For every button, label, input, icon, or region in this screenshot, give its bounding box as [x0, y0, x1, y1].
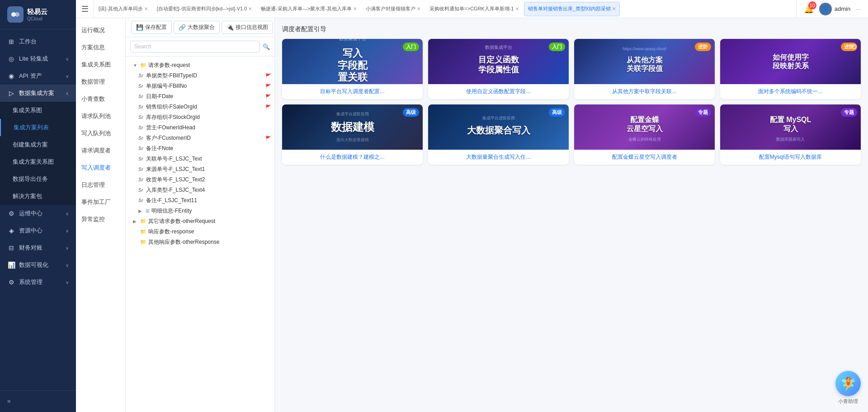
tree-item-FEntity[interactable]: ▶ ⊞ 明细信息-FEntity: [126, 206, 274, 216]
guide-card-6[interactable]: 集成平台进阶应用 大数据聚合写入 高级 大数据量聚合生成写入任...: [428, 104, 569, 165]
tree-item-FCustomerID[interactable]: Sr 客户-FCustomerID 🚩: [126, 133, 274, 143]
tree-item-response[interactable]: 📁 响应参数-response: [126, 227, 274, 237]
content-nav-overview[interactable]: 运行概况: [76, 22, 125, 39]
sidebar-item-dataviz[interactable]: 📊 数据可视化 ∨: [0, 256, 76, 274]
save-config-button[interactable]: 💾 保存配置: [131, 21, 172, 34]
tree-item-label: 销售组织-FSaleOrgId: [146, 103, 263, 111]
tab-close-icon[interactable]: ✕: [515, 6, 519, 11]
tree-item-F-LSJC-Text2[interactable]: Sr 收货单号-F_LSJC_Text2: [126, 175, 274, 185]
guide-card-1[interactable]: 数据集成平台 写入字段配置关联 入门 目标平台写入调度者配置...: [282, 39, 423, 99]
assistant-label: 小青助理: [835, 398, 861, 405]
tab-6[interactable]: 销售单对接销售出库_类型93内部采销 ✕: [524, 2, 620, 16]
settings-icon[interactable]: ⚙: [851, 43, 857, 51]
more-icon[interactable]: ···: [856, 5, 861, 12]
sidebar-item-lite[interactable]: ◎ Lite 轻集成 ∨: [0, 50, 76, 67]
card-main-text: 数据建模: [327, 117, 378, 137]
tab-1[interactable]: [误]-其他入库单同步 ✕: [94, 2, 152, 16]
guide-card-5[interactable]: 集成平台进阶应用 数据建模 面向大数据量建模 高级 什么是数据建模？建模之...: [282, 104, 423, 165]
sidebar-sub-item-create-solution[interactable]: 创建集成方案: [0, 136, 76, 153]
tree-item-label: 单据编号-FBillNo: [146, 82, 263, 90]
sidebar-item-finance[interactable]: ⊟ 财务对账 ∨: [0, 239, 76, 256]
tab-close-icon[interactable]: ✕: [248, 6, 252, 11]
tree-item-F-LSJC-Text4[interactable]: Sr 入库类型-F_LSJC_Text4: [126, 185, 274, 195]
big-data-merge-button[interactable]: 🔗 大数据聚合: [174, 21, 220, 34]
content-nav-event-factory[interactable]: 事件加工厂: [76, 194, 125, 211]
tree-item-label: 其他响应参数-otherResponse: [148, 238, 271, 246]
content-nav-log-mgmt[interactable]: 日志管理: [76, 176, 125, 194]
content-nav-request-queue[interactable]: 请求队列池: [76, 108, 125, 125]
toolbar: 💾 保存配置 🔗 大数据聚合 🔌 接口信息视图 📋 元数据视图: [126, 18, 274, 37]
sidebar-item-workbench[interactable]: ⊞ 工作台: [0, 33, 76, 50]
sidebar-sub-item-solution-list[interactable]: 集成方案列表: [0, 119, 76, 136]
guide-title: 调度者配置引导: [282, 25, 861, 33]
sidebar-item-label: API 资产: [19, 72, 62, 80]
ops-icon: ⚙: [7, 210, 15, 217]
guide-card-3[interactable]: https://www.qeasy.cloud 从其他方案关联字段值 进阶 从其…: [574, 39, 715, 99]
content-nav-write-queue[interactable]: 写入队列池: [76, 125, 125, 142]
tree-item-F-LSJC-Text11[interactable]: Sr 备注-F_LSJC_Text11: [126, 195, 274, 206]
search-input[interactable]: [130, 41, 260, 52]
tree-item-FSaleOrgId[interactable]: Sr 销售组织-FSaleOrgId 🚩: [126, 102, 274, 112]
floating-assistant[interactable]: 🧚 小青助理: [835, 371, 861, 405]
tree-item-label: 入库类型-F_LSJC_Text4: [146, 186, 271, 194]
resources-icon: ◈: [7, 227, 15, 234]
field-icon: Sr: [138, 104, 143, 109]
card-image-6: 集成平台进阶应用 大数据聚合写入 高级: [428, 104, 569, 150]
card-image-8: 配置 MySQL写入 数据库固表写入 专题: [720, 104, 861, 150]
tab-close-icon[interactable]: ✕: [353, 6, 357, 11]
sidebar-item-ops[interactable]: ⚙ 运维中心 ∨: [0, 205, 76, 222]
card-main-text: 配置金蝶云星空写入: [623, 112, 666, 136]
sidebar-sub-item-label: 创建集成方案: [13, 141, 69, 149]
tab-close-icon[interactable]: ✕: [612, 6, 616, 11]
tree-item-FBillNo[interactable]: Sr 单据编号-FBillNo 🚩: [126, 81, 274, 91]
tree-item-other-req[interactable]: ▶ 📁 其它请求参数-otherRequest: [126, 216, 274, 227]
folder-icon: 📁: [140, 62, 146, 68]
content-nav-integration-view[interactable]: 集成关系图: [76, 56, 125, 73]
tree-item-FDate[interactable]: Sr 日期-FDate 🚩: [126, 91, 274, 102]
tree-item-req-params[interactable]: ▼ 📁 请求参数-request: [126, 60, 274, 71]
guide-card-4[interactable]: 如何使用字段映射关系 进阶 ⚙ 面对多个系统编码不统一...: [720, 39, 861, 99]
guide-card-8[interactable]: 配置 MySQL写入 数据库固表写入 专题 配置Mysql语句写入数据库: [720, 104, 861, 165]
tab-4[interactable]: 小满客户对接领猫客户 ✕: [362, 2, 425, 16]
tree-item-FStockOrgId[interactable]: Sr 库存组织-FStockOrgId: [126, 112, 274, 123]
sidebar-sub-item-relation[interactable]: 集成方案关系图: [0, 153, 76, 170]
sidebar-item-api[interactable]: ◉ API 资产 ∨: [0, 67, 76, 85]
sidebar-sub-item-integration-view[interactable]: 集成关系图: [0, 102, 76, 119]
guide-card-2[interactable]: 数据集成平台 目定义函数学段属性值 入门 使用自定义函数配置字段...: [428, 39, 569, 99]
content-nav-solution-info[interactable]: 方案信息: [76, 39, 125, 56]
sidebar-item-sysadmin[interactable]: ⚙ 系统管理 ∨: [0, 274, 76, 291]
content-nav-exception-monitor[interactable]: 异常监控: [76, 211, 125, 228]
content-nav-data-mgmt[interactable]: 数据管理: [76, 73, 125, 90]
sidebar-sub-item-package[interactable]: 解决方案包: [0, 188, 76, 205]
interface-view-button[interactable]: 🔌 接口信息视图: [222, 21, 273, 34]
tree-item-FNote[interactable]: Sr 备注-FNote: [126, 143, 274, 154]
sidebar-sub-item-label: 集成方案列表: [14, 123, 69, 132]
content-nav-xiaoqing[interactable]: 小青查数: [76, 90, 125, 108]
tree-item-FOwnerIdHead[interactable]: Sr 货主-FOwnerIdHead: [126, 123, 274, 133]
tree-item-FBillTypeID[interactable]: Sr 单据类型-FBillTypeID 🚩: [126, 71, 274, 81]
top-row: ☰ [误]-其他入库单同步 ✕ [自动爱犯]-供应商资料同步[kd-->jst]…: [76, 0, 868, 18]
card-desc-4: 面对多个系统编码不统一...: [720, 84, 861, 99]
sidebar-sub-item-export[interactable]: 数据导出任务: [0, 170, 76, 188]
interface-view-label: 接口信息视图: [236, 24, 268, 31]
tree-item-F-LSJC-Text[interactable]: Sr 关联单号-F_LSJC_Text: [126, 154, 274, 164]
user-menu-button[interactable]: 👤 admin: [819, 3, 850, 15]
sidebar-item-data-solution[interactable]: ▷ 数据集成方案 ∧: [0, 85, 76, 102]
folder-icon: 📁: [140, 229, 146, 235]
search-icon[interactable]: 🔍: [263, 43, 270, 50]
tree-item-other-response[interactable]: 📁 其他响应参数-otherResponse: [126, 237, 274, 247]
guide-card-7[interactable]: 配置金蝶云星空写入 金蝶云的特殊处理 专题 配置金蝶云星空写入调度者: [574, 104, 715, 165]
tab-5[interactable]: 采购收料通知单=>CGRK入库单新增-1 ✕: [425, 2, 523, 16]
hamburger-menu-button[interactable]: ☰: [76, 0, 94, 18]
tab-close-icon[interactable]: ✕: [144, 6, 148, 11]
notification-button[interactable]: 🔔 10: [804, 4, 814, 14]
content-nav-write-scheduler[interactable]: 写入调度者: [76, 159, 125, 176]
main-content: ☰ [误]-其他入库单同步 ✕ [自动爱犯]-供应商资料同步[kd-->jst]…: [76, 0, 868, 412]
content-nav-request-scheduler[interactable]: 请求调度者: [76, 142, 125, 159]
sidebar-collapse-button[interactable]: ≡: [7, 395, 69, 407]
tab-2[interactable]: [自动爱犯]-供应商资料同步[kd-->jst]-V1.0 ✕: [153, 2, 256, 16]
sidebar-item-resources[interactable]: ◈ 资源中心 ∨: [0, 222, 76, 239]
tab-3[interactable]: 畅捷通-采购入库单--->聚水潭-其他入库单 ✕: [257, 2, 361, 16]
tab-close-icon[interactable]: ✕: [417, 6, 420, 11]
tree-item-F-LSJC-Text1[interactable]: Sr 来源单号-F_LSJC_Text1: [126, 164, 274, 175]
